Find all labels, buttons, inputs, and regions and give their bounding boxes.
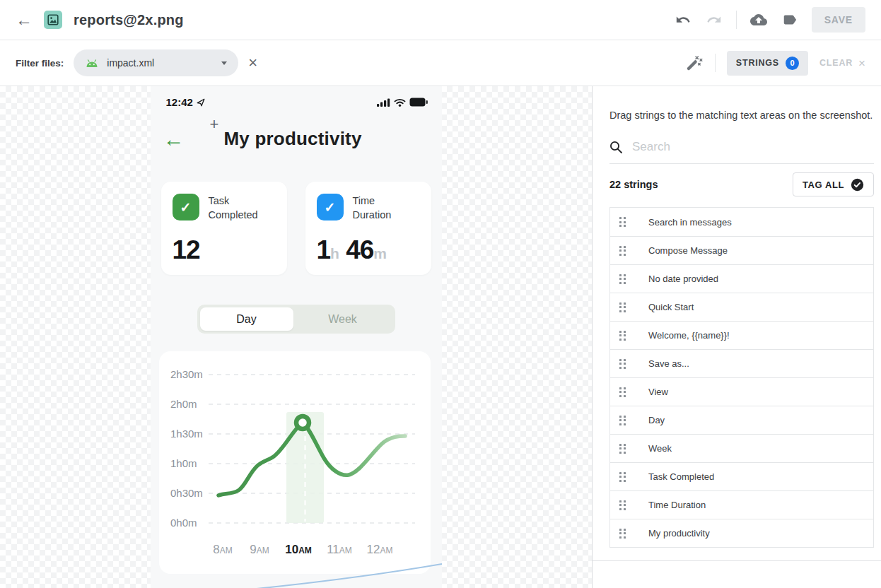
strings-filter-button[interactable]: STRINGS 0 xyxy=(727,51,808,76)
string-label: View xyxy=(648,387,668,397)
chevron-down-icon xyxy=(221,61,227,65)
day-week-toggle: Day Week xyxy=(197,305,395,334)
string-row[interactable]: View xyxy=(610,377,873,406)
line-chart: 2h30m 2h0m 1h30m 1h0m 0h30m 0h0m xyxy=(159,351,431,574)
strings-label: STRINGS xyxy=(736,58,779,68)
phone-nav-bar: + ← My productivity xyxy=(151,128,442,150)
toggle-week[interactable]: Week xyxy=(293,313,392,326)
filter-bar: Filter files: impact.xml × STRINGS 0 xyxy=(0,40,881,86)
status-time: 12:42 xyxy=(166,96,193,108)
tag-all-button[interactable]: TAG ALL xyxy=(793,172,874,196)
drag-handle-icon[interactable] xyxy=(619,217,626,227)
phone-status-bar: 12:42 xyxy=(151,86,442,108)
task-completed-card[interactable]: ✓ Task Completed 12 xyxy=(161,182,287,275)
top-header: ← reports@2x.png SAVE xyxy=(0,0,881,40)
string-row[interactable]: Compose Message xyxy=(610,236,873,264)
x-tick: 9AM xyxy=(250,543,269,556)
clear-x-icon: × xyxy=(858,57,865,69)
y-tick: 2h0m xyxy=(170,398,197,410)
string-row[interactable]: No date provided xyxy=(610,264,873,293)
drag-handle-icon[interactable] xyxy=(619,444,626,454)
x-tick: 11AM xyxy=(327,543,352,556)
drag-handle-icon[interactable] xyxy=(619,302,626,312)
time-duration-card[interactable]: ✓ Time Duration 1h 46m xyxy=(305,182,431,275)
strings-count-label: 22 strings xyxy=(609,179,658,190)
y-tick: 2h30m xyxy=(170,368,203,380)
tag-icon[interactable] xyxy=(781,11,799,29)
search-field[interactable] xyxy=(609,140,874,164)
string-row[interactable]: Search in messages xyxy=(610,208,873,236)
string-label: Save as... xyxy=(648,358,689,369)
cellular-signal-icon xyxy=(377,98,390,107)
string-label: No date provided xyxy=(648,274,718,284)
wifi-icon xyxy=(394,98,406,107)
clear-file-filter-icon[interactable]: × xyxy=(248,55,257,71)
stat-cards: ✓ Task Completed 12 ✓ Time xyxy=(151,182,442,275)
drag-handle-icon[interactable] xyxy=(619,274,626,284)
save-button[interactable]: SAVE xyxy=(812,7,865,33)
auto-tag-wand-icon[interactable] xyxy=(685,54,704,72)
screenshot-canvas[interactable]: 12:42 + ← My productivity xyxy=(0,86,592,588)
plus-icon[interactable]: + xyxy=(210,115,219,134)
string-row[interactable]: Save as... xyxy=(610,349,873,377)
file-filter-dropdown[interactable]: impact.xml xyxy=(74,49,238,76)
android-icon xyxy=(85,59,99,68)
string-label: Task Completed xyxy=(648,471,714,482)
string-label: Time Duration xyxy=(648,500,706,510)
page-title: reports@2x.png xyxy=(74,12,184,28)
drag-handle-icon[interactable] xyxy=(619,500,626,510)
string-row[interactable]: My productivity xyxy=(610,519,873,547)
y-tick: 0h0m xyxy=(170,517,197,529)
peak-marker xyxy=(296,416,309,429)
drag-handle-icon[interactable] xyxy=(619,331,626,341)
x-tick-selected: 10AM xyxy=(285,543,312,556)
tag-all-label: TAG ALL xyxy=(803,180,844,190)
upload-cloud-icon[interactable] xyxy=(749,11,768,29)
location-arrow-icon xyxy=(197,98,205,107)
drag-handle-icon[interactable] xyxy=(619,472,626,482)
app: ← reports@2x.png SAVE Filter files: xyxy=(0,0,881,588)
y-tick: 1h0m xyxy=(170,457,197,469)
string-row[interactable]: Welcome, {{name}}! xyxy=(610,321,873,349)
string-row[interactable]: Quick Start xyxy=(610,293,873,321)
drag-handle-icon[interactable] xyxy=(619,387,626,397)
divider xyxy=(736,11,737,29)
string-label: Welcome, {{name}}! xyxy=(648,330,730,341)
drag-handle-icon[interactable] xyxy=(619,416,626,425)
check-circle-icon xyxy=(851,178,864,192)
time-duration-value: 1h 46m xyxy=(317,237,420,263)
string-label: Day xyxy=(648,415,665,425)
drag-handle-icon[interactable] xyxy=(619,529,626,539)
phone-screenshot[interactable]: 12:42 + ← My productivity xyxy=(151,86,442,588)
string-label: Compose Message xyxy=(648,245,728,256)
string-label: Quick Start xyxy=(648,302,694,312)
drag-handle-icon[interactable] xyxy=(619,359,626,369)
strings-list: Search in messages Compose Message No da… xyxy=(609,207,874,548)
string-label: My productivity xyxy=(648,528,710,539)
y-tick: 0h30m xyxy=(170,487,203,499)
string-row[interactable]: Day xyxy=(610,406,873,434)
clear-label: CLEAR xyxy=(819,58,853,68)
instruction-text: Drag strings to the matching text areas … xyxy=(609,110,874,121)
string-row[interactable]: Week xyxy=(610,434,873,462)
y-tick: 1h30m xyxy=(170,428,203,440)
string-row[interactable]: Task Completed xyxy=(610,462,873,490)
string-label: Search in messages xyxy=(648,217,732,228)
productivity-chart-card: 2h30m 2h0m 1h30m 1h0m 0h30m 0h0m xyxy=(159,351,431,574)
phone-back-arrow-icon[interactable]: ← xyxy=(163,129,185,150)
phone-screen-title: My productivity xyxy=(224,128,362,150)
x-tick: 12AM xyxy=(366,543,392,556)
search-input[interactable] xyxy=(632,140,874,154)
string-row[interactable]: Time Duration xyxy=(610,490,873,519)
toggle-day[interactable]: Day xyxy=(200,307,293,331)
check-icon-blue: ✓ xyxy=(317,194,344,220)
undo-icon[interactable] xyxy=(674,11,692,29)
strings-count-badge: 0 xyxy=(786,57,799,70)
redo-icon xyxy=(705,11,723,29)
drag-handle-icon[interactable] xyxy=(619,246,626,256)
back-arrow-icon[interactable]: ← xyxy=(16,11,33,28)
clear-strings-button: CLEAR × xyxy=(819,57,865,69)
selected-file-name: impact.xml xyxy=(107,57,214,69)
time-duration-label: Time Duration xyxy=(353,194,392,222)
divider xyxy=(715,54,716,72)
